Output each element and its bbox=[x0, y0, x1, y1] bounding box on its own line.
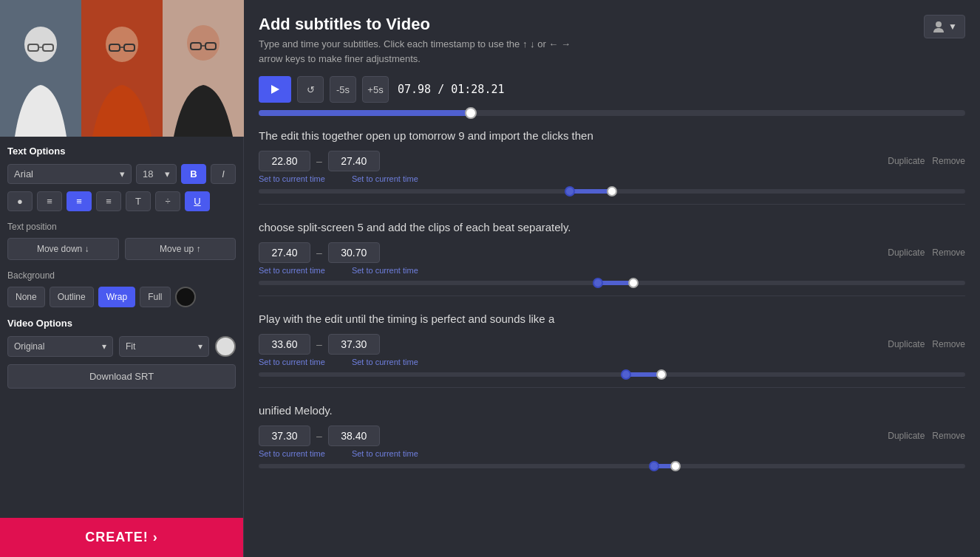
time-dash-3: – bbox=[316, 338, 322, 350]
slider-handle-start-4[interactable] bbox=[649, 461, 659, 471]
left-panel: Text Options Arial ▾ 18 ▾ B I ● ≡ ≡ ≡ T … bbox=[0, 0, 244, 557]
duplicate-btn-4[interactable]: Duplicate bbox=[888, 431, 925, 441]
move-up-button[interactable]: Move up ↑ bbox=[125, 238, 237, 260]
set-time-row-3: Set to current time Set to current time bbox=[259, 358, 965, 366]
start-time-2[interactable] bbox=[259, 242, 310, 263]
italic-button[interactable]: I bbox=[211, 164, 236, 184]
circle-align-btn[interactable]: ● bbox=[7, 191, 33, 211]
minus5-button[interactable]: -5s bbox=[330, 76, 356, 103]
slider-handle-start-2[interactable] bbox=[593, 278, 603, 288]
font-row: Arial ▾ 18 ▾ B I bbox=[7, 164, 236, 184]
end-time-1[interactable] bbox=[328, 151, 380, 171]
play-button[interactable] bbox=[259, 76, 291, 103]
set-start-btn-2[interactable]: Set to current time bbox=[259, 266, 325, 275]
bg-full-btn[interactable]: Full bbox=[140, 287, 170, 307]
bg-wrap-btn[interactable]: Wrap bbox=[98, 287, 135, 307]
video-thumb-1 bbox=[0, 0, 81, 137]
subtitle-entry-3: Play with the edit until the timing is p… bbox=[259, 311, 965, 388]
set-end-btn-1[interactable]: Set to current time bbox=[352, 174, 418, 183]
position-row: Move down ↓ Move up ↑ bbox=[7, 238, 236, 260]
remove-btn-2[interactable]: Remove bbox=[932, 247, 965, 258]
video-options-title: Video Options bbox=[7, 318, 236, 329]
bg-outline-btn[interactable]: Outline bbox=[50, 287, 94, 307]
set-start-btn-1[interactable]: Set to current time bbox=[259, 174, 325, 183]
user-icon bbox=[932, 20, 945, 33]
slider-3[interactable] bbox=[259, 372, 965, 377]
set-start-btn-3[interactable]: Set to current time bbox=[259, 358, 325, 366]
slider-handle-end-2[interactable] bbox=[628, 278, 639, 288]
set-end-btn-3[interactable]: Set to current time bbox=[352, 358, 418, 366]
remove-btn-4[interactable]: Remove bbox=[932, 431, 965, 441]
align-right-btn[interactable]: ≡ bbox=[96, 191, 121, 211]
video-thumb-3 bbox=[163, 0, 244, 137]
size-select[interactable]: 18 ▾ bbox=[136, 164, 177, 184]
bg-color-swatch[interactable] bbox=[175, 287, 196, 307]
subtitle-text-1: The edit this together open up tomorrow … bbox=[259, 128, 965, 143]
current-time: 07.98 / 01:28.21 bbox=[398, 83, 505, 96]
slider-4[interactable] bbox=[259, 464, 965, 468]
slider-1[interactable] bbox=[259, 189, 965, 194]
timeline-thumb[interactable] bbox=[465, 107, 477, 119]
align-center-btn[interactable]: ≡ bbox=[67, 191, 92, 211]
video-options-row: Original ▾ Fit ▾ bbox=[7, 336, 236, 357]
set-start-btn-4[interactable]: Set to current time bbox=[259, 449, 325, 458]
slider-handle-end-4[interactable] bbox=[670, 461, 681, 471]
fit-select[interactable]: Fit ▾ bbox=[119, 336, 209, 357]
aspect-select[interactable]: Original ▾ bbox=[7, 336, 113, 357]
title-block: Add subtitles to Video Type and time you… bbox=[259, 15, 571, 66]
set-end-btn-2[interactable]: Set to current time bbox=[352, 266, 418, 275]
end-time-2[interactable] bbox=[328, 242, 380, 263]
video-color-swatch[interactable] bbox=[215, 336, 236, 357]
subtitle-text-4: unified Melody. bbox=[259, 403, 965, 418]
slider-2[interactable] bbox=[259, 281, 965, 285]
time-dash-1: – bbox=[316, 155, 322, 167]
plus5-button[interactable]: +5s bbox=[362, 76, 389, 103]
text-position-label: Text position bbox=[7, 222, 236, 232]
thumb-2-svg bbox=[81, 0, 163, 137]
end-time-3[interactable] bbox=[328, 334, 380, 355]
slider-handle-start-1[interactable] bbox=[565, 186, 575, 197]
reset-button[interactable]: ↺ bbox=[297, 76, 324, 103]
time-row-4: – Duplicate Remove bbox=[259, 426, 965, 446]
start-time-1[interactable] bbox=[259, 151, 310, 171]
bg-none-btn[interactable]: None bbox=[7, 287, 45, 307]
download-srt-button[interactable]: Download SRT bbox=[7, 364, 236, 389]
remove-btn-1[interactable]: Remove bbox=[932, 156, 965, 166]
separator-2 bbox=[259, 295, 965, 296]
move-down-button[interactable]: Move down ↓ bbox=[7, 238, 119, 260]
subtitles-container: The edit this together open up tomorrow … bbox=[259, 128, 965, 483]
create-button[interactable]: CREATE! › bbox=[0, 518, 243, 557]
font-select[interactable]: Arial ▾ bbox=[7, 164, 132, 184]
remove-btn-3[interactable]: Remove bbox=[932, 339, 965, 349]
svg-marker-16 bbox=[271, 85, 279, 94]
timeline-bar[interactable] bbox=[259, 110, 965, 116]
underline-btn[interactable]: U bbox=[185, 191, 210, 211]
slider-handle-end-1[interactable] bbox=[607, 186, 617, 197]
subtitle-text-2: choose split-screen 5 and add the clips … bbox=[259, 219, 965, 235]
time-dash-2: – bbox=[316, 247, 322, 259]
video-thumb-2 bbox=[81, 0, 163, 137]
set-time-row-4: Set to current time Set to current time bbox=[259, 449, 965, 458]
background-row: None Outline Wrap Full bbox=[7, 287, 236, 307]
playback-row: ↺ -5s +5s 07.98 / 01:28.21 bbox=[259, 76, 965, 103]
align-left-btn[interactable]: ≡ bbox=[37, 191, 62, 211]
subtitle-entry-2: choose split-screen 5 and add the clips … bbox=[259, 219, 965, 296]
spacing-btn[interactable]: ÷ bbox=[155, 191, 180, 211]
user-button[interactable]: ▼ bbox=[924, 15, 965, 38]
duplicate-btn-2[interactable]: Duplicate bbox=[888, 247, 925, 258]
time-actions-2: Duplicate Remove bbox=[386, 247, 965, 258]
slider-handle-start-3[interactable] bbox=[621, 369, 631, 380]
bold-button[interactable]: B bbox=[181, 164, 206, 184]
end-time-4[interactable] bbox=[328, 426, 380, 446]
text-style-btn[interactable]: T bbox=[126, 191, 151, 211]
options-panel: Text Options Arial ▾ 18 ▾ B I ● ≡ ≡ ≡ T … bbox=[0, 137, 243, 518]
slider-handle-end-3[interactable] bbox=[656, 369, 667, 380]
duplicate-btn-1[interactable]: Duplicate bbox=[888, 156, 925, 166]
start-time-3[interactable] bbox=[259, 334, 310, 355]
slider-fill-1 bbox=[570, 189, 612, 194]
duplicate-btn-3[interactable]: Duplicate bbox=[888, 339, 925, 349]
start-time-4[interactable] bbox=[259, 426, 310, 446]
time-actions-1: Duplicate Remove bbox=[386, 156, 965, 166]
set-end-btn-4[interactable]: Set to current time bbox=[352, 449, 418, 458]
time-row-1: – Duplicate Remove bbox=[259, 151, 965, 171]
